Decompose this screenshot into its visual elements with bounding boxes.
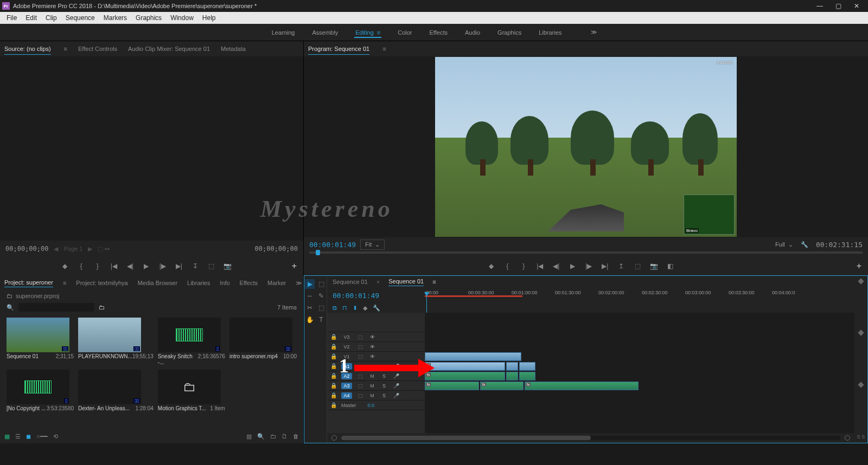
panel-menu-icon[interactable]: ≡ xyxy=(63,280,66,286)
project-item[interactable]: ▯▯ Dexter- An Unpleas...1:28:04 xyxy=(78,370,154,411)
track-select-tool-icon[interactable]: ⬚ xyxy=(316,279,326,289)
button-editor-icon[interactable]: + xyxy=(292,261,297,271)
zoom-fit-dropdown[interactable]: Fit ⌄ xyxy=(360,240,385,250)
project-item[interactable]: ▯▯ intro superoner.mp410:00 xyxy=(229,318,297,365)
tab-effect-controls[interactable]: Effect Controls xyxy=(78,43,117,54)
sequence-tab[interactable]: Sequence 01 xyxy=(388,278,424,286)
menu-markers[interactable]: Markers xyxy=(99,12,131,24)
step-back-icon[interactable]: ◀| xyxy=(125,261,136,272)
play-icon[interactable]: ▶ xyxy=(567,261,578,272)
timeline-clip[interactable] xyxy=(506,362,518,371)
track-v2[interactable]: 🔒V2⬚👁 xyxy=(327,342,425,352)
timeline-clip[interactable] xyxy=(506,372,518,380)
filter-bin-icon[interactable]: 🗀 xyxy=(99,304,105,311)
find-icon[interactable]: 🔍 xyxy=(257,433,265,440)
timeline-clip[interactable]: fx xyxy=(425,372,505,380)
snap-icon[interactable]: ⧉ xyxy=(333,305,337,312)
workspace-learning[interactable]: Learning xyxy=(271,27,296,38)
go-to-out-icon[interactable]: ▶| xyxy=(599,261,610,272)
new-item-icon[interactable]: 🗋 xyxy=(282,433,288,440)
workspace-audio[interactable]: Audio xyxy=(464,27,481,38)
new-bin-icon[interactable]: 🗀 xyxy=(270,433,276,440)
razor-tool-icon[interactable]: ✂ xyxy=(305,303,315,313)
timeline-clip[interactable]: fx xyxy=(525,382,639,390)
workspace-editing[interactable]: Editing≡ xyxy=(354,27,381,38)
go-to-in-icon[interactable]: |◀ xyxy=(108,261,119,272)
selection-tool-icon[interactable]: ▶ xyxy=(305,279,315,289)
lift-icon[interactable]: ↥ xyxy=(616,261,627,272)
workspace-color[interactable]: Color xyxy=(397,27,413,38)
project-item[interactable]: ▯ [No Copyright ...3:53:23580 xyxy=(7,370,74,411)
export-frame-icon[interactable]: 📷 xyxy=(222,261,233,272)
track-master[interactable]: 🔒Master 0.0 xyxy=(327,401,425,410)
icon-view-icon[interactable]: ☰ xyxy=(15,433,21,440)
timeline-scrollbar[interactable] xyxy=(341,436,840,440)
timeline-clip[interactable] xyxy=(425,352,521,361)
slip-tool-icon[interactable]: ⬚ xyxy=(316,303,326,313)
close-button[interactable]: ✕ xyxy=(847,0,866,12)
sort-icon[interactable]: ⟲ xyxy=(53,433,58,440)
step-forward-icon[interactable]: |▶ xyxy=(583,261,594,272)
go-to-out-icon[interactable]: ▶| xyxy=(174,261,184,272)
marker-icon[interactable]: ◆ xyxy=(60,261,71,272)
program-monitor[interactable]: 9 ALIVE Bravo xyxy=(304,56,868,237)
track-a1[interactable]: 🔒A1⬚MS🎤 xyxy=(327,361,425,371)
track-a4[interactable]: 🔒A4⬚MS🎤 xyxy=(327,391,425,401)
workspace-libraries[interactable]: Libraries xyxy=(538,27,563,38)
workspace-assembly[interactable]: Assembly xyxy=(311,27,339,38)
track-a2[interactable]: 🔒A2⬚MS🎤 xyxy=(327,371,425,381)
workspace-graphics[interactable]: Graphics xyxy=(496,27,522,38)
tab-audio-mixer[interactable]: Audio Clip Mixer: Sequence 01 xyxy=(128,43,210,54)
menu-edit[interactable]: Edit xyxy=(21,12,41,24)
overflow-icon[interactable]: ≫ xyxy=(296,280,302,287)
source-timecode-right[interactable]: 00;00;00;00 xyxy=(255,245,298,253)
timeline-ruler[interactable]: :00:00 00:00:30:00 00:01:00:00 00:01:30:… xyxy=(425,288,854,303)
trash-icon[interactable]: 🗑 xyxy=(293,433,299,440)
panel-menu-icon[interactable]: ≡ xyxy=(382,46,386,52)
project-item[interactable]: ▯▯ Sequence 012;31;15 xyxy=(7,318,74,365)
type-tool-icon[interactable]: T xyxy=(316,315,326,325)
hand-tool-icon[interactable]: ✋ xyxy=(305,315,315,325)
marker-icon[interactable]: ◆ xyxy=(486,261,496,272)
play-icon[interactable]: ▶ xyxy=(141,261,152,272)
search-input[interactable] xyxy=(18,303,94,312)
overwrite-icon[interactable]: ⬚ xyxy=(206,261,217,272)
insert-overwrite-icon[interactable]: ⬚ ↦ xyxy=(98,246,110,253)
program-timecode[interactable]: 00:00:01:49 xyxy=(309,241,356,249)
menu-graphics[interactable]: Graphics xyxy=(131,12,166,24)
source-timecode-left[interactable]: 00;00;00;00 xyxy=(5,245,48,253)
wrench-icon[interactable]: 🔧 xyxy=(373,305,380,312)
ripple-tool-icon[interactable]: ↔ xyxy=(305,291,315,301)
out-point-icon[interactable]: } xyxy=(518,261,529,272)
bin-icon[interactable]: 🗀 xyxy=(7,293,12,299)
out-point-icon[interactable]: } xyxy=(92,261,103,272)
project-item[interactable]: 🗀 Motion Graphics T...1 Item xyxy=(158,370,225,411)
linked-selection-icon[interactable]: ⊓ xyxy=(342,305,347,312)
minimize-button[interactable]: — xyxy=(810,0,829,12)
scroll-right-icon[interactable] xyxy=(845,435,850,441)
tab-info[interactable]: Info xyxy=(220,280,229,286)
rate-tool-icon[interactable]: ✎ xyxy=(316,291,326,301)
timeline-clip[interactable]: fx xyxy=(480,382,524,390)
tab-libraries[interactable]: Libraries xyxy=(187,280,210,286)
project-grid[interactable]: ▯▯ Sequence 012;31;15 ▯▯ PLAYERUNKNOWN..… xyxy=(0,313,303,429)
timeline-timecode[interactable]: 00:00:01:49 xyxy=(333,292,379,300)
track-v3[interactable]: 🔒V3⬚👁 xyxy=(327,332,425,342)
in-point-icon[interactable]: { xyxy=(76,261,87,272)
marker-diamond-icon[interactable] xyxy=(858,382,864,388)
menu-help[interactable]: Help xyxy=(198,12,220,24)
automate-icon[interactable]: ▥ xyxy=(246,433,252,440)
source-monitor[interactable] xyxy=(0,56,303,241)
panel-menu-icon[interactable]: ≡ xyxy=(64,46,67,52)
tab-program[interactable]: Program: Sequence 01 xyxy=(308,43,369,55)
timeline-clip[interactable]: fx xyxy=(425,382,479,390)
tab-project2[interactable]: Project: textmilyhya xyxy=(76,280,127,286)
marker-icon[interactable]: ⬍ xyxy=(353,305,358,312)
menu-sequence[interactable]: Sequence xyxy=(61,12,99,24)
step-back-icon[interactable]: ◀| xyxy=(551,261,561,272)
zoom-slider[interactable]: ○━━ xyxy=(36,433,48,440)
menu-file[interactable]: File xyxy=(2,12,21,24)
resolution-dropdown[interactable]: Full ⌄ xyxy=(775,241,793,248)
track-v1[interactable]: 🔒V1⬚👁 xyxy=(327,352,425,361)
menu-window[interactable]: Window xyxy=(166,12,198,24)
